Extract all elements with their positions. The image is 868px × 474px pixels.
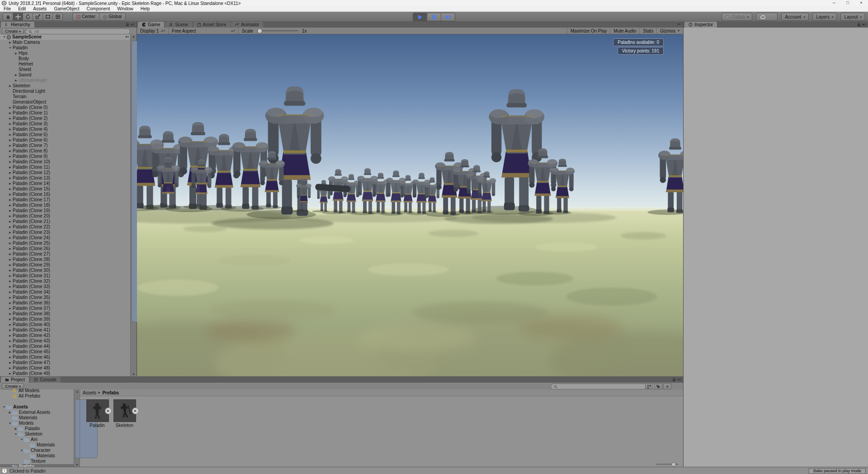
victory-points-overlay[interactable]: Victory points: 191	[618, 47, 664, 55]
hierarchy-item-paladin-clone-19[interactable]: ▶Paladin (Clone 19)	[0, 208, 137, 213]
hierarchy-item-paladin-clone-26[interactable]: ▶Paladin (Clone 26)	[0, 246, 137, 251]
favorites-button[interactable]: ★	[663, 384, 671, 389]
panel-menu-icon[interactable]: ▾≡	[131, 23, 135, 27]
panel-menu-icon[interactable]: ▾≡	[677, 378, 681, 382]
transform-tool-button[interactable]	[53, 13, 62, 20]
tab-scene[interactable]: Scene	[165, 22, 192, 28]
expand-arrow-icon[interactable]: ▶	[8, 273, 13, 279]
layout-dropdown[interactable]: Layout▾	[840, 13, 865, 21]
hierarchy-item-paladin-clone-47[interactable]: ▶Paladin (Clone 47)	[0, 360, 137, 365]
expand-arrow-icon[interactable]: ▶	[8, 284, 13, 289]
hierarchy-item-paladin-clone-11[interactable]: ▶Paladin (Clone 11)	[0, 165, 137, 170]
expand-arrow-icon[interactable]: ▶	[8, 246, 13, 251]
panel-menu-icon[interactable]: ▾≡	[677, 22, 681, 26]
lock-icon[interactable]	[672, 377, 676, 382]
menu-component[interactable]: Component	[83, 6, 114, 11]
expand-arrow-icon[interactable]: ▶	[8, 165, 13, 170]
hierarchy-item-paladin-clone-6[interactable]: ▶Paladin (Clone 6)	[0, 137, 137, 143]
expand-arrow-icon[interactable]: ▶	[8, 262, 13, 268]
hierarchy-item-main-camera[interactable]: ▶Main Camera	[0, 40, 137, 45]
hierarchy-item-skeleton[interactable]: ▶Skeleton	[0, 83, 137, 89]
expand-arrow-icon[interactable]: ▶	[8, 355, 13, 360]
expand-arrow-icon[interactable]: ▶	[8, 203, 13, 208]
expand-arrow-icon[interactable]: ▶	[8, 213, 13, 219]
hierarchy-item-paladin-clone-27[interactable]: ▶Paladin (Clone 27)	[0, 251, 137, 257]
expand-arrow-icon[interactable]: ▶	[8, 116, 13, 121]
expand-arrow-icon[interactable]: ▼	[8, 421, 12, 426]
project-folder-paladin[interactable]: ▶Paladin	[0, 426, 74, 431]
hierarchy-item-paladin-clone-48[interactable]: ▶Paladin (Clone 48)	[0, 365, 137, 371]
project-search-input[interactable]	[559, 384, 658, 389]
expand-arrow-icon[interactable]: ▶	[8, 360, 13, 365]
expand-arrow-icon[interactable]: ▶	[8, 322, 13, 327]
expand-arrow-icon[interactable]: ▶	[8, 219, 13, 224]
expand-arrow-icon[interactable]: ▼	[8, 45, 13, 51]
close-button[interactable]: ×	[854, 0, 868, 6]
hand-tool-button[interactable]	[3, 13, 13, 20]
hierarchy-item-paladin-clone-5[interactable]: ▶Paladin (Clone 5)	[0, 132, 137, 137]
prefab-expand-icon[interactable]: ▶	[105, 408, 112, 414]
expand-arrow-icon[interactable]: ▶	[8, 208, 13, 213]
tab-asset-store[interactable]: Asset Store	[193, 22, 231, 28]
tab-game[interactable]: Game	[138, 22, 164, 28]
expand-arrow-icon[interactable]: ▶	[8, 268, 13, 273]
prefab-expand-icon[interactable]: ▶	[132, 408, 139, 414]
hierarchy-item-paladin-clone-9[interactable]: ▶Paladin (Clone 9)	[0, 154, 137, 159]
expand-arrow-icon[interactable]: ▶	[8, 338, 13, 344]
hierarchy-item-paladin-clone-16[interactable]: ▶Paladin (Clone 16)	[0, 192, 137, 197]
expand-arrow-icon[interactable]: ▶	[8, 295, 13, 300]
hierarchy-item-paladin-clone-4[interactable]: ▶Paladin (Clone 4)	[0, 127, 137, 132]
expand-arrow-icon[interactable]: ▶	[8, 410, 12, 415]
lock-icon[interactable]	[126, 22, 129, 27]
expand-arrow-icon[interactable]: ▼	[2, 34, 7, 40]
project-search[interactable]	[551, 384, 661, 389]
rotate-tool-button[interactable]	[23, 13, 33, 20]
expand-arrow-icon[interactable]: ▶	[8, 181, 13, 186]
project-folder-character[interactable]: ▼Character	[0, 448, 74, 453]
hierarchy-item-paladin-clone-45[interactable]: ▶Paladin (Clone 45)	[0, 349, 137, 355]
expand-arrow-icon[interactable]: ▶	[14, 78, 19, 83]
hierarchy-item-paladin-clone-18[interactable]: ▶Paladin (Clone 18)	[0, 203, 137, 208]
hierarchy-item-paladin-clone-24[interactable]: ▶Paladin (Clone 24)	[0, 235, 137, 241]
asset-paladin[interactable]: ▶Paladin	[86, 399, 108, 428]
expand-arrow-icon[interactable]: ▶	[8, 365, 13, 371]
expand-arrow-icon[interactable]: ▶	[8, 251, 13, 257]
hierarchy-item-ultimateangel[interactable]: ▶UltimateAngel	[0, 78, 137, 83]
hierarchy-item-paladin-clone-23[interactable]: ▶Paladin (Clone 23)	[0, 230, 137, 235]
expand-arrow-icon[interactable]: ▼	[19, 448, 24, 453]
hierarchy-item-paladin-clone-44[interactable]: ▶Paladin (Clone 44)	[0, 344, 137, 349]
project-scrollbar[interactable]: ▲ ▼	[74, 389, 80, 467]
expand-arrow-icon[interactable]: ▶	[8, 333, 13, 338]
project-folder-external-assets[interactable]: ▶External Assets	[0, 410, 74, 415]
breadcrumb-root[interactable]: Assets	[83, 390, 96, 395]
expand-arrow-icon[interactable]: ▶	[8, 235, 13, 241]
bake-status-button[interactable]: Bake paused in play mode	[809, 468, 866, 474]
menu-file[interactable]: File	[0, 6, 14, 11]
asset-skeleton[interactable]: ▶Skeleton	[113, 399, 135, 428]
tab-inspector[interactable]: Inspector	[684, 22, 717, 28]
hierarchy-item-paladin-clone-2[interactable]: ▶Paladin (Clone 2)	[0, 116, 137, 121]
hierarchy-item-paladin-clone-29[interactable]: ▶Paladin (Clone 29)	[0, 262, 137, 268]
expand-arrow-icon[interactable]: ▶	[8, 197, 13, 203]
minimize-button[interactable]: ─	[827, 0, 841, 6]
expand-arrow-icon[interactable]: ▶	[14, 51, 19, 56]
breadcrumb-current[interactable]: Prefabs	[102, 390, 119, 395]
expand-arrow-icon[interactable]: ▶	[8, 300, 13, 306]
status-message[interactable]: Clicked to Paladin	[9, 469, 46, 474]
maximize-on-play-button[interactable]: Maximize On Play	[567, 28, 610, 34]
expand-arrow-icon[interactable]: ▶	[8, 170, 13, 175]
hierarchy-item-paladin-clone-7[interactable]: ▶Paladin (Clone 7)	[0, 143, 137, 148]
expand-arrow-icon[interactable]: ▶	[8, 175, 13, 181]
menu-window[interactable]: Window	[113, 6, 137, 11]
expand-arrow-icon[interactable]: ▶	[8, 349, 13, 355]
hierarchy-item-paladin-clone-22[interactable]: ▶Paladin (Clone 22)	[0, 224, 137, 230]
thumbnail-zoom-slider[interactable]	[656, 464, 679, 465]
scene-menu-icon[interactable]: ▾≡	[125, 34, 129, 40]
tab-project[interactable]: Project	[1, 377, 29, 383]
stats-button[interactable]: Stats	[639, 28, 656, 34]
hierarchy-item-paladin-clone-17[interactable]: ▶Paladin (Clone 17)	[0, 197, 137, 203]
hierarchy-item-paladin-clone-25[interactable]: ▶Paladin (Clone 25)	[0, 241, 137, 246]
scale-tool-button[interactable]	[33, 13, 43, 20]
hierarchy-item-paladin-clone-30[interactable]: ▶Paladin (Clone 30)	[0, 268, 137, 273]
expand-arrow-icon[interactable]: ▶	[8, 327, 13, 333]
